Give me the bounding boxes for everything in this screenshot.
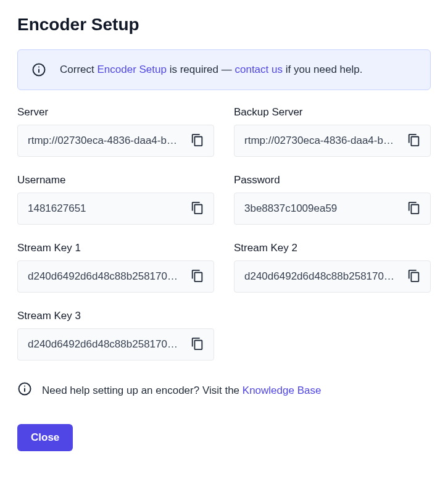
stream-key-1-value: d240d6492d6d48c88b258170…	[28, 270, 184, 283]
copy-stream-key-2-button[interactable]	[405, 268, 423, 285]
field-username: Username 1481627651	[17, 174, 214, 225]
field-server: Server rtmp://02730eca-4836-daa4-b…	[17, 106, 214, 157]
copy-icon	[407, 269, 421, 285]
help-row: Need help setting up an encoder? Visit t…	[17, 381, 431, 399]
password-value: 3be8837c1009ea59	[244, 202, 400, 215]
close-button[interactable]: Close	[17, 424, 73, 451]
field-stream-key-3: Stream Key 3 d240d6492d6d48c88b258170…	[17, 310, 214, 360]
field-label: Password	[234, 174, 431, 186]
field-label: Backup Server	[234, 106, 431, 119]
copy-password-button[interactable]	[405, 200, 423, 217]
copy-username-button[interactable]	[189, 200, 206, 217]
field-label: Server	[17, 106, 214, 119]
backup-server-value: rtmp://02730eca-4836-daa4-b…	[244, 135, 400, 147]
info-icon	[31, 62, 46, 77]
field-label: Stream Key 2	[234, 242, 431, 254]
copy-icon	[407, 201, 421, 217]
field-label: Username	[17, 174, 214, 186]
stream-key-2-value: d240d6492d6d48c88b258170…	[244, 270, 400, 283]
copy-icon	[191, 269, 204, 285]
username-value: 1481627651	[28, 202, 184, 215]
field-box: rtmp://02730eca-4836-daa4-b…	[234, 125, 431, 157]
stream-key-3-value: d240d6492d6d48c88b258170…	[28, 338, 184, 351]
field-box: d240d6492d6d48c88b258170…	[234, 260, 431, 293]
fields-grid: Server rtmp://02730eca-4836-daa4-b… Back…	[17, 106, 431, 360]
help-text: Need help setting up an encoder? Visit t…	[42, 385, 321, 397]
copy-stream-key-1-button[interactable]	[189, 268, 206, 285]
server-value: rtmp://02730eca-4836-daa4-b…	[28, 135, 184, 147]
field-box: 1481627651	[17, 193, 214, 225]
field-password: Password 3be8837c1009ea59	[234, 174, 431, 225]
field-box: d240d6492d6d48c88b258170…	[17, 328, 214, 360]
contact-us-link[interactable]: contact us	[234, 64, 283, 75]
copy-server-button[interactable]	[189, 132, 206, 149]
info-icon	[17, 381, 32, 399]
knowledge-base-link[interactable]: Knowledge Base	[243, 385, 321, 396]
encoder-setup-link[interactable]: Encoder Setup	[97, 64, 166, 75]
page-title: Encoder Setup	[17, 15, 431, 35]
field-label: Stream Key 1	[17, 242, 214, 254]
copy-icon	[191, 133, 204, 149]
copy-icon	[191, 337, 204, 352]
field-box: d240d6492d6d48c88b258170…	[17, 260, 214, 293]
field-stream-key-2: Stream Key 2 d240d6492d6d48c88b258170…	[234, 242, 431, 293]
setup-required-alert: Correct Encoder Setup is required — cont…	[17, 49, 431, 90]
field-label: Stream Key 3	[17, 310, 214, 322]
alert-text: Correct Encoder Setup is required — cont…	[60, 64, 362, 76]
field-backup-server: Backup Server rtmp://02730eca-4836-daa4-…	[234, 106, 431, 157]
field-stream-key-1: Stream Key 1 d240d6492d6d48c88b258170…	[17, 242, 214, 293]
copy-icon	[407, 133, 421, 149]
copy-stream-key-3-button[interactable]	[189, 336, 206, 353]
field-box: rtmp://02730eca-4836-daa4-b…	[17, 125, 214, 157]
field-box: 3be8837c1009ea59	[234, 193, 431, 225]
copy-backup-server-button[interactable]	[405, 132, 423, 149]
copy-icon	[191, 201, 204, 217]
encoder-setup-dialog: Encoder Setup Correct Encoder Setup is r…	[0, 0, 448, 471]
